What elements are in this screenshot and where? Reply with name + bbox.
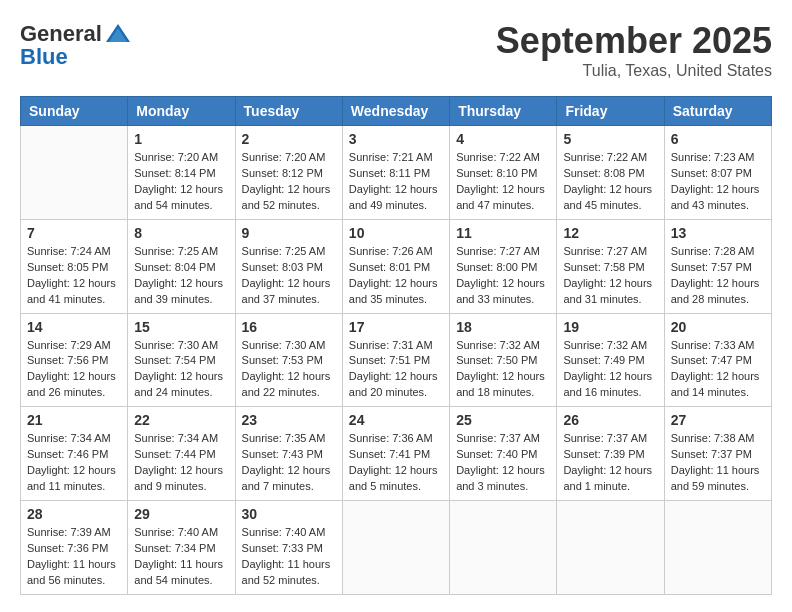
day-number: 27 [671,412,765,428]
day-number: 2 [242,131,336,147]
day-number: 15 [134,319,228,335]
day-info: Sunrise: 7:32 AM Sunset: 7:49 PM Dayligh… [563,338,657,402]
day-number: 21 [27,412,121,428]
day-info: Sunrise: 7:22 AM Sunset: 8:10 PM Dayligh… [456,150,550,214]
weekday-header-row: SundayMondayTuesdayWednesdayThursdayFrid… [21,97,772,126]
day-number: 1 [134,131,228,147]
calendar-cell [342,501,449,595]
calendar-cell: 22Sunrise: 7:34 AM Sunset: 7:44 PM Dayli… [128,407,235,501]
calendar-cell: 12Sunrise: 7:27 AM Sunset: 7:58 PM Dayli… [557,219,664,313]
day-number: 26 [563,412,657,428]
day-info: Sunrise: 7:31 AM Sunset: 7:51 PM Dayligh… [349,338,443,402]
calendar-cell: 20Sunrise: 7:33 AM Sunset: 7:47 PM Dayli… [664,313,771,407]
page-header: General Blue September 2025 Tulia, Texas… [20,20,772,80]
calendar-cell: 10Sunrise: 7:26 AM Sunset: 8:01 PM Dayli… [342,219,449,313]
calendar-cell: 8Sunrise: 7:25 AM Sunset: 8:04 PM Daylig… [128,219,235,313]
day-number: 19 [563,319,657,335]
calendar-cell [664,501,771,595]
day-info: Sunrise: 7:25 AM Sunset: 8:03 PM Dayligh… [242,244,336,308]
day-number: 14 [27,319,121,335]
day-number: 8 [134,225,228,241]
calendar-cell: 19Sunrise: 7:32 AM Sunset: 7:49 PM Dayli… [557,313,664,407]
day-info: Sunrise: 7:29 AM Sunset: 7:56 PM Dayligh… [27,338,121,402]
day-info: Sunrise: 7:34 AM Sunset: 7:46 PM Dayligh… [27,431,121,495]
calendar-week-5: 28Sunrise: 7:39 AM Sunset: 7:36 PM Dayli… [21,501,772,595]
calendar-cell: 25Sunrise: 7:37 AM Sunset: 7:40 PM Dayli… [450,407,557,501]
location-text: Tulia, Texas, United States [496,62,772,80]
day-info: Sunrise: 7:30 AM Sunset: 7:53 PM Dayligh… [242,338,336,402]
calendar-cell: 3Sunrise: 7:21 AM Sunset: 8:11 PM Daylig… [342,126,449,220]
day-info: Sunrise: 7:25 AM Sunset: 8:04 PM Dayligh… [134,244,228,308]
day-info: Sunrise: 7:40 AM Sunset: 7:34 PM Dayligh… [134,525,228,589]
day-info: Sunrise: 7:38 AM Sunset: 7:37 PM Dayligh… [671,431,765,495]
day-info: Sunrise: 7:22 AM Sunset: 8:08 PM Dayligh… [563,150,657,214]
calendar-cell: 13Sunrise: 7:28 AM Sunset: 7:57 PM Dayli… [664,219,771,313]
logo-icon [104,20,132,48]
day-number: 12 [563,225,657,241]
day-info: Sunrise: 7:32 AM Sunset: 7:50 PM Dayligh… [456,338,550,402]
calendar-cell: 11Sunrise: 7:27 AM Sunset: 8:00 PM Dayli… [450,219,557,313]
day-info: Sunrise: 7:39 AM Sunset: 7:36 PM Dayligh… [27,525,121,589]
calendar-cell: 24Sunrise: 7:36 AM Sunset: 7:41 PM Dayli… [342,407,449,501]
day-number: 25 [456,412,550,428]
day-number: 3 [349,131,443,147]
calendar-cell: 29Sunrise: 7:40 AM Sunset: 7:34 PM Dayli… [128,501,235,595]
day-number: 20 [671,319,765,335]
day-info: Sunrise: 7:35 AM Sunset: 7:43 PM Dayligh… [242,431,336,495]
day-number: 29 [134,506,228,522]
calendar-cell: 14Sunrise: 7:29 AM Sunset: 7:56 PM Dayli… [21,313,128,407]
day-info: Sunrise: 7:28 AM Sunset: 7:57 PM Dayligh… [671,244,765,308]
day-number: 9 [242,225,336,241]
calendar-cell: 23Sunrise: 7:35 AM Sunset: 7:43 PM Dayli… [235,407,342,501]
day-info: Sunrise: 7:27 AM Sunset: 8:00 PM Dayligh… [456,244,550,308]
day-number: 10 [349,225,443,241]
day-info: Sunrise: 7:40 AM Sunset: 7:33 PM Dayligh… [242,525,336,589]
weekday-header-sunday: Sunday [21,97,128,126]
day-number: 5 [563,131,657,147]
day-number: 18 [456,319,550,335]
day-number: 28 [27,506,121,522]
calendar-table: SundayMondayTuesdayWednesdayThursdayFrid… [20,96,772,595]
calendar-cell: 5Sunrise: 7:22 AM Sunset: 8:08 PM Daylig… [557,126,664,220]
calendar-week-3: 14Sunrise: 7:29 AM Sunset: 7:56 PM Dayli… [21,313,772,407]
calendar-week-1: 1Sunrise: 7:20 AM Sunset: 8:14 PM Daylig… [21,126,772,220]
logo: General Blue [20,20,132,70]
month-title: September 2025 [496,20,772,62]
calendar-cell: 2Sunrise: 7:20 AM Sunset: 8:12 PM Daylig… [235,126,342,220]
calendar-cell: 28Sunrise: 7:39 AM Sunset: 7:36 PM Dayli… [21,501,128,595]
day-info: Sunrise: 7:24 AM Sunset: 8:05 PM Dayligh… [27,244,121,308]
day-number: 13 [671,225,765,241]
day-number: 23 [242,412,336,428]
day-number: 30 [242,506,336,522]
day-info: Sunrise: 7:33 AM Sunset: 7:47 PM Dayligh… [671,338,765,402]
calendar-cell: 1Sunrise: 7:20 AM Sunset: 8:14 PM Daylig… [128,126,235,220]
calendar-cell [21,126,128,220]
calendar-cell: 21Sunrise: 7:34 AM Sunset: 7:46 PM Dayli… [21,407,128,501]
day-info: Sunrise: 7:37 AM Sunset: 7:40 PM Dayligh… [456,431,550,495]
calendar-cell: 7Sunrise: 7:24 AM Sunset: 8:05 PM Daylig… [21,219,128,313]
day-number: 16 [242,319,336,335]
day-number: 22 [134,412,228,428]
day-info: Sunrise: 7:23 AM Sunset: 8:07 PM Dayligh… [671,150,765,214]
calendar-week-4: 21Sunrise: 7:34 AM Sunset: 7:46 PM Dayli… [21,407,772,501]
day-info: Sunrise: 7:36 AM Sunset: 7:41 PM Dayligh… [349,431,443,495]
calendar-cell: 16Sunrise: 7:30 AM Sunset: 7:53 PM Dayli… [235,313,342,407]
weekday-header-monday: Monday [128,97,235,126]
day-number: 24 [349,412,443,428]
calendar-cell: 9Sunrise: 7:25 AM Sunset: 8:03 PM Daylig… [235,219,342,313]
calendar-cell: 17Sunrise: 7:31 AM Sunset: 7:51 PM Dayli… [342,313,449,407]
calendar-cell [450,501,557,595]
calendar-cell: 26Sunrise: 7:37 AM Sunset: 7:39 PM Dayli… [557,407,664,501]
weekday-header-friday: Friday [557,97,664,126]
day-number: 17 [349,319,443,335]
day-number: 6 [671,131,765,147]
calendar-cell: 30Sunrise: 7:40 AM Sunset: 7:33 PM Dayli… [235,501,342,595]
calendar-cell: 18Sunrise: 7:32 AM Sunset: 7:50 PM Dayli… [450,313,557,407]
calendar-cell: 6Sunrise: 7:23 AM Sunset: 8:07 PM Daylig… [664,126,771,220]
calendar-cell: 4Sunrise: 7:22 AM Sunset: 8:10 PM Daylig… [450,126,557,220]
title-block: September 2025 Tulia, Texas, United Stat… [496,20,772,80]
day-info: Sunrise: 7:30 AM Sunset: 7:54 PM Dayligh… [134,338,228,402]
weekday-header-saturday: Saturday [664,97,771,126]
day-info: Sunrise: 7:21 AM Sunset: 8:11 PM Dayligh… [349,150,443,214]
day-info: Sunrise: 7:26 AM Sunset: 8:01 PM Dayligh… [349,244,443,308]
